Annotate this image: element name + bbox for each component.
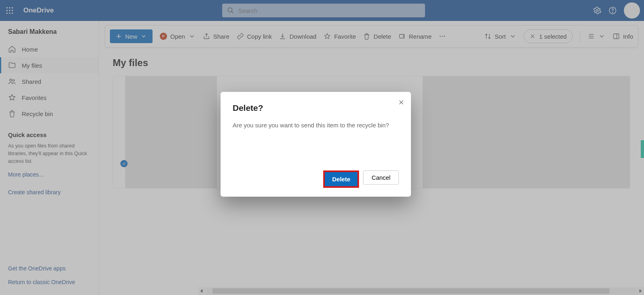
dialog-close-button[interactable] (398, 99, 405, 107)
cancel-button[interactable]: Cancel (363, 170, 399, 185)
confirm-delete-button[interactable]: Delete (325, 172, 357, 186)
delete-dialog: Delete? Are you sure you want to send th… (221, 92, 411, 197)
close-icon (398, 99, 405, 106)
delete-button-highlight: Delete (323, 170, 359, 188)
dialog-body: Are you sure you want to send this item … (233, 122, 399, 170)
dialog-title: Delete? (233, 103, 399, 113)
